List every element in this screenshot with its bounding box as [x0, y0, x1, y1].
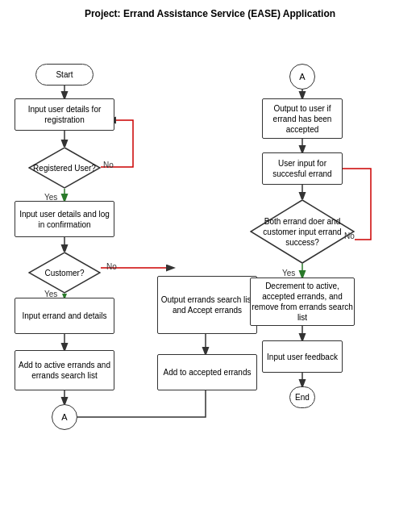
output-accepted-node: Output to user if errand has been accept… — [262, 98, 343, 139]
yes-label-3: Yes — [282, 269, 295, 278]
both-errand-diamond: Both errand doer and customer input erra… — [250, 199, 355, 264]
decrement-node: Decrement to active, accepted errands, a… — [250, 278, 355, 326]
input-feedback-node: Input user feedback — [262, 340, 343, 373]
page-title: Project: Errand Assistance Service (EASE… — [0, 0, 420, 23]
input-errand-node: Input errand and details — [15, 298, 114, 334]
end-node: End — [289, 386, 315, 408]
input-user-login-node: Input user details and log in confirmati… — [15, 201, 114, 237]
circle-a-right: A — [289, 64, 315, 90]
output-search-node: Output errands search list and Accept er… — [157, 276, 257, 334]
registered-user-diamond: Registered User? — [28, 147, 101, 189]
circle-a-left: A — [52, 404, 77, 430]
no-label-2: No — [106, 262, 117, 271]
no-label-1: No — [103, 161, 114, 169]
customer-diamond: Customer? — [28, 252, 101, 294]
start-node: Start — [35, 64, 94, 86]
add-active-node: Add to active errands and errands search… — [15, 350, 114, 390]
input-user-reg-node: Input user details for registration — [15, 98, 114, 131]
add-accepted-node: Add to accepted errands — [157, 354, 257, 390]
user-input-errand-node: User input for succesful errand — [262, 152, 343, 185]
